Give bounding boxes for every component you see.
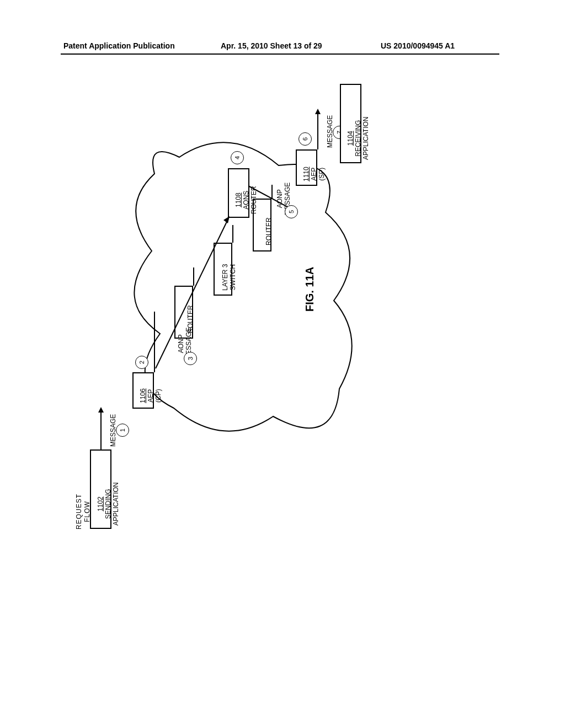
svg-marker-11 [315,109,321,114]
figure-11a: REQUEST FLOW 1102 SENDING APPLICATION ME… [0,0,565,728]
aep-sp-text: 1110 AEP (SP) [302,167,326,181]
receiving-application-text: 1104 RECEIVING APPLICATION [347,117,370,160]
request-flow-label: REQUEST FLOW [75,494,92,529]
step-circle-1: 1 [116,424,129,437]
step-circle-6: 6 [299,132,312,146]
svg-marker-1 [98,407,104,413]
aep-cp-text: 1106 AEP (CP) [139,388,162,403]
arrow-aepcp-aons [154,215,234,370]
router-2-text: ROUTER [265,217,273,245]
step-circle-2: 2 [135,356,148,369]
sending-application-text: 1102 SENDING APPLICATION [97,483,120,526]
step-circle-4: 4 [231,151,244,164]
arrow-7 [315,109,321,149]
step-circle-3: 3 [184,352,197,365]
arrow-1 [98,407,104,450]
figure-label: FIG. 11A [303,267,316,312]
step-circle-5: 5 [285,205,298,218]
svg-marker-7 [223,216,230,223]
